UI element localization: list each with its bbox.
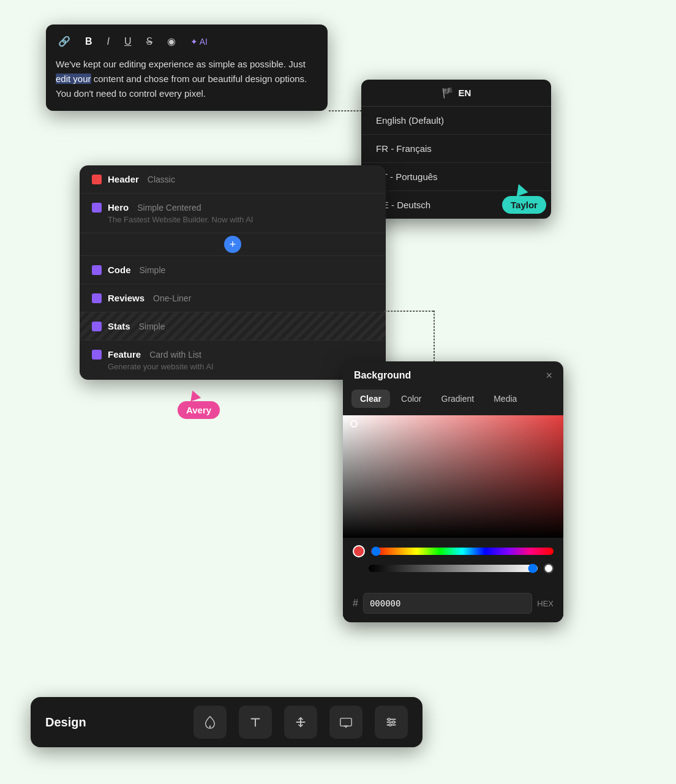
- reviews-layer-name: Reviews: [108, 293, 145, 303]
- text-format-icon: [249, 715, 262, 729]
- opacity-end-indicator: [544, 564, 554, 573]
- stats-layer-name: Stats: [108, 321, 130, 331]
- tab-media[interactable]: Media: [485, 390, 525, 408]
- bg-panel-title: Background: [354, 370, 411, 381]
- highlighted-text: edit your: [56, 74, 91, 84]
- reviews-layer-variant: One-Liner: [153, 293, 191, 303]
- code-layer-name: Code: [108, 265, 131, 275]
- tab-color[interactable]: Color: [392, 390, 430, 408]
- editor-content[interactable]: We've kept our editing experience as sim…: [56, 57, 318, 101]
- header-icon: [92, 175, 102, 184]
- opacity-slider-row: [353, 564, 554, 573]
- feature-icon: [92, 350, 102, 360]
- opacity-spacer: [353, 564, 362, 573]
- header-layer-variant: Classic: [148, 175, 175, 184]
- hero-icon: [92, 203, 102, 213]
- bg-tabs: Clear Color Gradient Media: [343, 390, 563, 415]
- lang-header: 🏴 EN: [361, 80, 551, 107]
- feature-layer-subtitle: Generate your website with AI: [108, 362, 374, 371]
- reviews-icon: [92, 293, 102, 303]
- hue-slider-row: [353, 545, 554, 557]
- layer-item-feature[interactable]: Feature Card with List Generate your web…: [80, 341, 386, 380]
- taylor-cursor-arrow: [513, 182, 528, 197]
- color-swatch: [353, 545, 365, 557]
- code-icon: [92, 265, 102, 275]
- device-icon: [339, 715, 353, 729]
- link-button[interactable]: 🔗: [56, 34, 73, 48]
- feature-layer-name: Feature: [108, 349, 141, 360]
- hero-layer-variant: Simple Centered: [137, 203, 201, 213]
- layer-item-reviews[interactable]: Reviews One-Liner: [80, 284, 386, 312]
- settings-icon: [385, 715, 398, 729]
- underline-button[interactable]: U: [122, 35, 134, 48]
- taylor-cursor: Taylor: [502, 184, 546, 214]
- layer-item-header[interactable]: Header Classic: [80, 165, 386, 194]
- design-bar: Design: [31, 697, 423, 747]
- color-picker-cursor: [350, 420, 358, 428]
- content-before: We've kept our editing experience as sim…: [56, 59, 306, 69]
- layer-item-hero[interactable]: Hero Simple Centered The Fastest Website…: [80, 194, 386, 233]
- avery-badge: Avery: [178, 401, 220, 419]
- svg-rect-5: [340, 718, 351, 726]
- lang-option-fr[interactable]: FR - Français: [361, 135, 551, 163]
- add-section-button[interactable]: +: [224, 236, 241, 253]
- bg-close-button[interactable]: ×: [546, 370, 552, 381]
- color-picker-gradient[interactable]: [343, 415, 563, 538]
- settings-tool-button[interactable]: [375, 706, 408, 739]
- color-sliders: [343, 538, 563, 587]
- design-bar-label: Design: [45, 715, 181, 729]
- code-layer-variant: Simple: [140, 265, 166, 275]
- hero-layer-name: Hero: [108, 202, 129, 213]
- layers-panel: Header Classic Hero Simple Centered The …: [80, 165, 386, 380]
- background-panel: Background × Clear Color Gradient Media …: [343, 361, 563, 622]
- tab-clear[interactable]: Clear: [351, 390, 390, 408]
- lang-option-english[interactable]: English (Default): [361, 107, 551, 135]
- content-after: content and chose from our beautiful des…: [56, 74, 307, 99]
- text-editor-card: 🔗 B I U S̶ ◉ ✦ AI We've kept our editing…: [46, 24, 328, 111]
- svg-point-11: [388, 718, 391, 721]
- text-tool-button[interactable]: [239, 706, 272, 739]
- opacity-slider[interactable]: [369, 565, 538, 572]
- spacing-icon: [294, 715, 307, 729]
- layer-item-stats[interactable]: Stats Simple: [80, 312, 386, 341]
- fill-icon: [203, 715, 217, 729]
- svg-point-12: [392, 721, 395, 723]
- ai-button[interactable]: ✦ AI: [188, 36, 210, 48]
- lang-code: EN: [459, 88, 471, 98]
- hex-hash: #: [353, 598, 358, 609]
- spacing-tool-button[interactable]: [284, 706, 317, 739]
- layer-item-code[interactable]: Code Simple: [80, 256, 386, 284]
- svg-point-13: [389, 724, 391, 726]
- connector-line-3: [385, 311, 434, 312]
- stats-icon: [92, 322, 102, 331]
- hue-slider[interactable]: [371, 548, 554, 555]
- header-layer-name: Header: [108, 174, 139, 184]
- device-tool-button[interactable]: [329, 706, 362, 739]
- italic-button[interactable]: I: [105, 35, 112, 48]
- tab-gradient[interactable]: Gradient: [433, 390, 483, 408]
- lang-flag-icon: 🏴: [441, 87, 454, 99]
- taylor-badge: Taylor: [502, 196, 546, 214]
- hero-layer-subtitle: The Fastest Website Builder. Now with AI: [108, 215, 374, 224]
- fill-tool-button[interactable]: [193, 706, 227, 739]
- avery-cursor-arrow: [187, 388, 201, 401]
- add-section-container: +: [80, 233, 386, 256]
- hex-row: # HEX: [343, 587, 563, 622]
- highlight-button[interactable]: ◉: [165, 34, 178, 48]
- editor-toolbar: 🔗 B I U S̶ ◉ ✦ AI: [56, 34, 318, 48]
- bold-button[interactable]: B: [83, 35, 95, 48]
- feature-layer-variant: Card with List: [149, 350, 201, 360]
- hex-label: HEX: [537, 599, 554, 608]
- strikethrough-button[interactable]: S̶: [144, 34, 155, 48]
- hex-input[interactable]: [363, 593, 532, 614]
- avery-cursor: Avery: [178, 390, 220, 419]
- stats-layer-variant: Simple: [139, 322, 165, 331]
- bg-panel-header: Background ×: [343, 361, 563, 390]
